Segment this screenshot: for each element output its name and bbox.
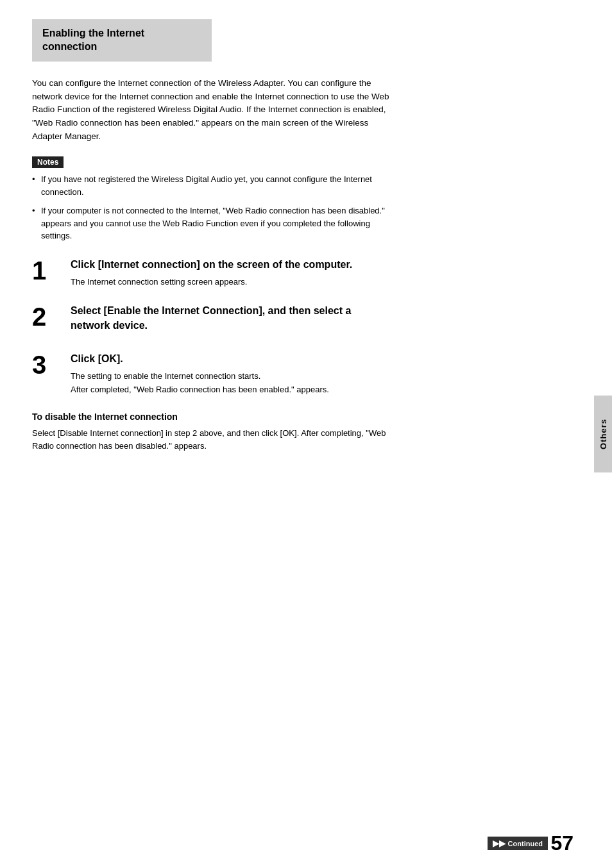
step-2-number: 2 — [32, 304, 64, 330]
sub-section: To disable the Internet connection Selec… — [32, 412, 574, 453]
page-number: 57 — [550, 831, 574, 855]
step-1: 1 Click [Internet connection] on the scr… — [32, 258, 391, 289]
section-title: Enabling the Internet connection — [42, 27, 201, 54]
sub-section-text: Select [Disable Internet connection] in … — [32, 427, 391, 453]
sub-section-heading: To disable the Internet connection — [32, 412, 391, 422]
step-1-number: 1 — [32, 258, 64, 283]
main-content: Enabling the Internet connection You can… — [32, 19, 574, 830]
note-item-2: If your computer is not connected to the… — [32, 204, 391, 242]
page-container: Others Enabling the Internet connection … — [0, 0, 612, 868]
step-2-title: Select [Enable the Internet Connection],… — [71, 304, 391, 333]
step-2: 2 Select [Enable the Internet Connection… — [32, 304, 391, 337]
step-2-content: Select [Enable the Internet Connection],… — [71, 304, 391, 337]
notes-label: Notes — [32, 156, 64, 168]
step-1-content: Click [Internet connection] on the scree… — [71, 258, 391, 289]
step-1-desc: The Internet connection setting screen a… — [71, 276, 391, 288]
step-3-number: 3 — [32, 352, 64, 378]
steps-section: 1 Click [Internet connection] on the scr… — [32, 258, 391, 396]
step-3-title: Click [OK]. — [71, 352, 391, 366]
note-item-1: If you have not registered the Wireless … — [32, 173, 391, 198]
continued-arrow-icon: ▶▶ — [493, 839, 506, 848]
section-header-box: Enabling the Internet connection — [32, 19, 212, 62]
continued-label: Continued — [508, 840, 543, 847]
step-3-desc: The setting to enable the Internet conne… — [71, 370, 391, 396]
step-1-title: Click [Internet connection] on the scree… — [71, 258, 391, 272]
side-tab-label: Others — [599, 419, 608, 449]
step-3: 3 Click [OK]. The setting to enable the … — [32, 352, 391, 396]
step-3-content: Click [OK]. The setting to enable the In… — [71, 352, 391, 396]
intro-paragraph: You can configure the Internet connectio… — [32, 77, 391, 144]
side-tab: Others — [594, 396, 612, 472]
notes-section: Notes If you have not registered the Wir… — [32, 156, 391, 242]
continued-badge: ▶▶ Continued — [488, 837, 548, 850]
notes-list: If you have not registered the Wireless … — [32, 173, 391, 242]
